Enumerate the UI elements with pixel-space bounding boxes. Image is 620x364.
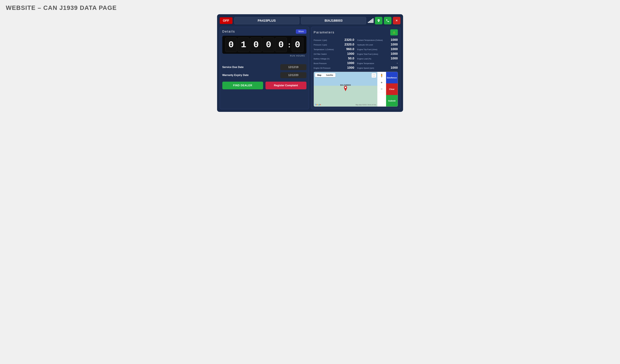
warranty-expiry-value: 12/12/20 xyxy=(280,72,307,78)
location-icon xyxy=(377,19,380,22)
register-complaint-button[interactable]: Register Complaint xyxy=(265,82,307,89)
odo-digit-5: 0 xyxy=(275,37,287,52)
param-temp1-value: 960.0 xyxy=(346,47,354,51)
param-engine-oil: Engine Oil Pressure 1000 xyxy=(314,65,354,70)
details-header: Details More xyxy=(222,29,307,34)
expand-icon xyxy=(373,74,375,76)
close-button[interactable]: ✕ xyxy=(393,17,401,24)
service-due-value: 12/12/19 xyxy=(280,64,307,70)
more-button[interactable]: More xyxy=(296,29,306,34)
google-g: G xyxy=(315,104,316,106)
param-total-fuel-value: 1000 xyxy=(391,52,398,56)
param-engine-load-value: 1000 xyxy=(391,57,398,60)
map-person-button[interactable]: 🧍 xyxy=(377,72,386,79)
warranty-expiry-row: Warranty Expiry Date 12/12/20 xyxy=(222,72,307,78)
param-pressure2-value: 2320.0 xyxy=(344,43,354,46)
params-left-col: Pressure 1 (psi) 2320.0 Pressure 2 (psi)… xyxy=(314,37,354,70)
person-icon: 🧍 xyxy=(380,74,384,77)
param-engine-oil-label: Engine Oil Pressure xyxy=(314,67,331,69)
model-display: PA415PLUS xyxy=(234,17,299,24)
location-button[interactable] xyxy=(375,17,382,24)
param-pressure1-label: Pressure 1 (psi) xyxy=(314,39,327,41)
odo-digit-2: 1 xyxy=(238,37,249,52)
param-boost-value: 1000 xyxy=(347,61,354,65)
param-trip-fuel-label: Engine Trip Fuel (Litres) xyxy=(357,48,377,51)
param-coolant: Coolant Temperature (Celsius) 1000 xyxy=(357,37,398,42)
find-dealer-button[interactable]: FIND DEALER xyxy=(222,82,263,89)
close-icon: ✕ xyxy=(396,19,398,22)
odo-digit-6: 0 xyxy=(292,37,303,52)
warning-icon: ⚠ xyxy=(393,31,395,34)
param-oil-filter: Oil Filter Switch 1000 xyxy=(314,51,354,56)
map-tab-satellite[interactable]: Satellite xyxy=(324,73,336,77)
param-coolant-label: Coolant Temperature (Celsius) xyxy=(357,39,383,41)
google-g2: g xyxy=(319,104,320,106)
param-temp1: Temperature 1 (Celsius) 960.0 xyxy=(314,47,354,51)
google-o2: o xyxy=(317,104,318,106)
odo-digit-3: 0 xyxy=(250,37,262,52)
param-total-fuel: Engine Total Fuel (Litres) 1000 xyxy=(357,51,398,56)
map-area: Map Satellite BIAJ188003 xyxy=(314,72,377,106)
param-engine-speed-label: Engine Speed (rpm) xyxy=(357,67,374,69)
warning-button[interactable]: ⚠ xyxy=(390,29,398,35)
parameters-panel: Parameters ⚠ Pressure 1 (psi) 2320.0 Pre… xyxy=(311,27,401,109)
phone-button[interactable] xyxy=(384,17,391,24)
submit-button[interactable]: Submit xyxy=(386,95,398,106)
google-logo: Google xyxy=(315,104,321,106)
param-temp1-label: Temperature 1 (Celsius) xyxy=(314,48,334,51)
param-hyd-oil-label: Hydraulic Oil Level xyxy=(357,44,373,46)
odo-digit-1: 0 xyxy=(225,37,237,52)
map-zoom-out-button[interactable]: − xyxy=(377,86,386,92)
zoom-in-icon: + xyxy=(381,81,383,85)
param-pressure2: Pressure 2 (psi) 2320.0 xyxy=(314,42,354,47)
param-total-fuel-label: Engine Total Fuel (Litres) xyxy=(357,53,378,55)
param-engine-load: Engine Load (%) 1000 xyxy=(357,56,398,61)
signal-bar-5 xyxy=(372,18,373,23)
param-trip-fuel: Engine Trip Fuel (Litres) 1000 xyxy=(357,47,398,51)
clear-button[interactable]: Clear xyxy=(386,83,398,95)
details-title: Details xyxy=(222,30,235,33)
param-battery-label: Battery Voltage (V) xyxy=(314,58,329,60)
param-engine-oil-value: 1000 xyxy=(347,66,354,70)
param-oil-filter-label: Oil Filter Switch xyxy=(314,53,327,55)
serial-display: BIAJ188003 xyxy=(301,17,366,24)
svg-point-0 xyxy=(345,87,346,88)
map-side-buttons: Geofence Clear Submit xyxy=(386,72,398,106)
param-engine-temp-value: - xyxy=(397,61,398,65)
signal-bar-1 xyxy=(368,22,369,23)
details-panel: Details More 0 1 0 0 0 : 0 RUN HOURS Ser… xyxy=(220,27,309,109)
map-tabs: Map Satellite xyxy=(315,73,336,77)
phone-icon xyxy=(386,19,389,22)
param-pressure1: Pressure 1 (psi) 2320.0 xyxy=(314,37,354,42)
off-button[interactable]: OFF xyxy=(220,17,232,24)
param-engine-speed-value: 1000 xyxy=(391,66,398,70)
param-boost-label: Boost Pressure xyxy=(314,62,327,64)
signal-icon xyxy=(368,18,373,23)
google-e: e xyxy=(320,104,321,106)
odometer-display: 0 1 0 0 0 : 0 xyxy=(222,36,307,54)
warranty-expiry-label: Warranty Expiry Date xyxy=(222,74,248,77)
map-footer-text: Map data ©2019 | Terms of Use xyxy=(356,104,376,106)
param-pressure2-label: Pressure 2 (psi) xyxy=(314,44,327,46)
param-battery-value: 50.0 xyxy=(348,57,354,60)
map-container: Map Satellite BIAJ188003 xyxy=(314,72,398,106)
map-expand-button[interactable] xyxy=(372,73,376,78)
page-title: WEBSITE – CAN J1939 DATA PAGE xyxy=(6,4,614,11)
service-due-label: Service Due Date xyxy=(222,66,244,69)
param-engine-temp: Engine Temperature - xyxy=(357,61,398,65)
map-controls: 🧍 + − xyxy=(377,72,386,106)
main-grid: Details More 0 1 0 0 0 : 0 RUN HOURS Ser… xyxy=(220,27,401,109)
map-tab-map[interactable]: Map xyxy=(315,73,324,77)
param-boost: Boost Pressure 1000 xyxy=(314,61,354,65)
param-coolant-value: 1000 xyxy=(391,38,398,42)
signal-bar-4 xyxy=(372,19,372,23)
map-zoom-in-button[interactable]: + xyxy=(377,79,386,86)
zoom-out-icon: − xyxy=(381,87,383,91)
header-bar: OFF PA415PLUS BIAJ188003 ✕ xyxy=(220,17,401,24)
odo-colon: : xyxy=(288,40,291,49)
param-trip-fuel-value: 1000 xyxy=(391,47,398,51)
action-buttons: FIND DEALER Register Complaint xyxy=(222,82,307,89)
signal-bar-2 xyxy=(369,21,370,23)
geofence-button[interactable]: Geofence xyxy=(386,72,398,83)
params-right-col: Coolant Temperature (Celsius) 1000 Hydra… xyxy=(357,37,398,70)
